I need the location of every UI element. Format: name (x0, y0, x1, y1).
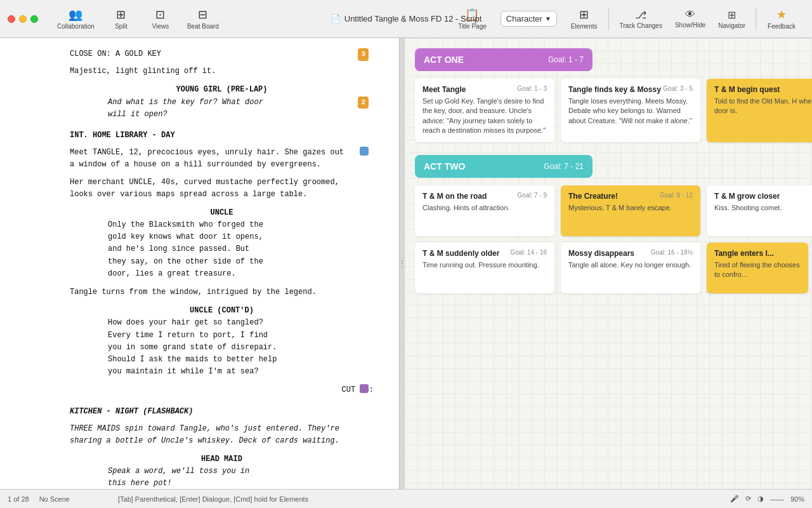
show-hide-icon: 👁 (685, 9, 695, 20)
title-page-label: Title Page (458, 23, 487, 30)
script-body: CLOSE ON: A GOLD KEY 3 Majestic, light g… (0, 48, 399, 489)
script-line-2: Majestic, light glinting off it. (70, 65, 374, 77)
feedback-button[interactable]: ★ Feedback (761, 5, 802, 32)
page-count: 1 of 28 (8, 495, 29, 503)
act-one-label: ACT ONE (424, 55, 464, 65)
script-line-1: CLOSE ON: A GOLD KEY 3 (70, 48, 374, 60)
script-char-head-maid: HEAD MAID (70, 453, 374, 465)
script-char-uncle: UNCLE (70, 207, 374, 219)
beat-board-button[interactable]: ⊟ Beat Board (181, 5, 225, 32)
act-one-goal: Goal: 1 - 7 (548, 55, 584, 64)
character-dropdown[interactable]: Character ▼ (501, 11, 557, 27)
split-button[interactable]: ⊞ Split (102, 5, 140, 32)
navigator-button[interactable]: ⊞ Navigator (713, 6, 750, 32)
minimize-button[interactable] (19, 15, 27, 23)
script-dialogue-head-maid: Speak a word, we'll toss you inthis here… (108, 465, 336, 489)
track-changes-button[interactable]: ⎇ Track Changes (614, 6, 667, 32)
navigator-icon: ⊞ (728, 9, 736, 21)
window-title: Untitled Tangle & Moss FD 12 - Script (344, 14, 482, 23)
close-button[interactable] (8, 15, 15, 23)
character-dropdown-label: Character (506, 14, 542, 23)
toolbar-separator-2 (756, 8, 756, 30)
beat-card-meet-tangle[interactable]: Meet Tangle Goal: 1 - 3 Set up Gold Key.… (415, 79, 554, 142)
scene-status: No Scene (39, 495, 70, 503)
status-bar-right: 🎤 ⟳ ◑ —— 90% (730, 495, 804, 503)
chevron-down-icon: ▼ (545, 15, 551, 22)
script-scene-home-library: INT. HOME LIBRARY - DAY (70, 130, 374, 142)
beat-desc-tm-closer: Kiss. Shooting comet. (714, 203, 812, 213)
act-two-section: ACT TWO Goal: 7 - 21 T & M on the road G… (415, 155, 802, 293)
moon-icon: ◑ (757, 495, 764, 503)
beat-card-tm-road[interactable]: T & M on the road Goal: 7 - 9 Clashing. … (415, 185, 554, 236)
script-dialogue-uncle: Only the Blacksmith who forged thegold k… (108, 219, 336, 280)
track-changes-icon: ⎇ (635, 9, 646, 21)
beat-card-mossy[interactable]: Mossy disappears Goal: 16 - 18½ Tangle a… (561, 243, 700, 293)
script-action: CLOSE ON: A GOLD KEY (70, 48, 374, 60)
show-hide-label: Show/Hide (675, 22, 705, 29)
collaboration-icon: 👥 (69, 8, 82, 22)
beat-title-mossy: Mossy disappears Goal: 16 - 18½ (568, 249, 693, 258)
collaboration-button[interactable]: 👥 Collaboration (51, 5, 101, 32)
beat-goal-tangle-key: Goal: 3 - 5 (663, 85, 693, 92)
beat-goal-tm-older: Goal: 14 - 16 (510, 249, 547, 256)
elements-label: Elements (571, 23, 598, 30)
split-label: Split (115, 23, 127, 30)
beat-board-label: Beat Board (187, 23, 219, 30)
script-action-tangle: Meet TANGLE, 12, precocious eyes, unruly… (70, 147, 374, 171)
act-two-beat-row-2: T & M suddenly older Goal: 14 - 16 Time … (415, 243, 802, 293)
beat-goal-mossy: Goal: 16 - 18½ (651, 249, 693, 256)
elements-icon: ⊞ (579, 8, 589, 22)
panel-divider[interactable] (400, 38, 405, 489)
maximize-button[interactable] (30, 15, 38, 23)
beat-card-begin-quest[interactable]: T & M begin quest Told to find the Old M… (707, 79, 812, 142)
beat-desc-creature: Mysterious. T & M barely escape. (568, 203, 693, 213)
collaboration-label: Collaboration (57, 23, 95, 30)
beat-card-tangle-enters[interactable]: Tangle enters l... Tired of fleeing the … (707, 243, 808, 293)
zoom-control[interactable]: 90% (790, 495, 804, 503)
title-bar: 👥 Collaboration ⊞ Split ⊡ Views ⊟ Beat B… (0, 0, 812, 38)
window-controls (0, 15, 38, 23)
act-one-section: ACT ONE Goal: 1 - 7 Meet Tangle Goal: 1 … (415, 48, 802, 142)
action-tangle-row: Meet TANGLE, 12, precocious eyes, unruly… (70, 147, 374, 171)
act-one-header: ACT ONE Goal: 1 - 7 (415, 48, 593, 71)
scene-badge-3: 3 (358, 48, 369, 61)
split-icon: ⊞ (116, 8, 126, 22)
beat-title-meet-tangle: Meet Tangle Goal: 1 - 3 (422, 85, 547, 94)
act-two-goal: Goal: 7 - 21 (544, 162, 584, 171)
beat-card-creature[interactable]: The Creature! Goal: 9 - 12 Mysterious. T… (561, 185, 700, 236)
script-dialogue-row: And what is the key for? What doorwill i… (70, 97, 374, 121)
beat-title-tm-road: T & M on the road Goal: 7 - 9 (422, 192, 547, 201)
elements-button[interactable]: ⊞ Elements (565, 5, 604, 32)
script-icon: 📄 (331, 14, 341, 23)
zoom-separator: —— (770, 495, 784, 503)
keyboard-hint: [Tab] Parenthetical, [Enter] Dialogue, [… (118, 495, 308, 503)
zoom-level: 90% (790, 495, 804, 503)
show-hide-button[interactable]: 👁 Show/Hide (670, 6, 710, 31)
script-char-uncle-cont: UNCLE (CONT'D) (70, 305, 374, 317)
dialogue-badge-2: 2 (358, 97, 369, 109)
beat-goal-creature: Goal: 9 - 12 (660, 192, 693, 199)
beat-desc-tangle-key: Tangle loses everything. Meets Mossy. De… (568, 97, 693, 126)
script-panel[interactable]: CLOSE ON: A GOLD KEY 3 Majestic, light g… (0, 38, 400, 489)
mic-icon: 🎤 (730, 495, 739, 503)
toolbar-left: 👥 Collaboration ⊞ Split ⊡ Views ⊟ Beat B… (38, 5, 225, 32)
cut-to-row: CUT TO: (70, 384, 374, 396)
views-icon: ⊡ (155, 8, 165, 22)
title-center: 📄 Untitled Tangle & Moss FD 12 - Script (331, 14, 482, 23)
beat-title-begin-quest: T & M begin quest (714, 85, 812, 94)
feedback-label: Feedback (768, 23, 796, 30)
beat-title-tm-closer: T & M grow closer (714, 192, 812, 201)
circle-icon: ⟳ (745, 495, 751, 503)
script-action-maids: THREE MAIDS spin toward Tangle, who's ju… (70, 423, 374, 447)
beat-board-inner: ACT ONE Goal: 1 - 7 Meet Tangle Goal: 1 … (405, 38, 812, 316)
purple-badge (360, 384, 369, 393)
beat-card-tangle-key[interactable]: Tangle finds key & Mossy Goal: 3 - 5 Tan… (561, 79, 700, 142)
beat-card-tm-older[interactable]: T & M suddenly older Goal: 14 - 16 Time … (415, 243, 554, 293)
beat-board[interactable]: ACT ONE Goal: 1 - 7 Meet Tangle Goal: 1 … (405, 38, 812, 489)
toolbar-separator (608, 8, 609, 30)
beat-title-tangle-key: Tangle finds key & Mossy Goal: 3 - 5 (568, 85, 693, 94)
act-two-header: ACT TWO Goal: 7 - 21 (415, 155, 593, 178)
views-button[interactable]: ⊡ Views (141, 5, 180, 32)
status-bar: 1 of 28 No Scene [Tab] Parenthetical, [E… (0, 489, 812, 508)
beat-card-tm-closer[interactable]: T & M grow closer Kiss. Shooting comet. (707, 185, 812, 236)
